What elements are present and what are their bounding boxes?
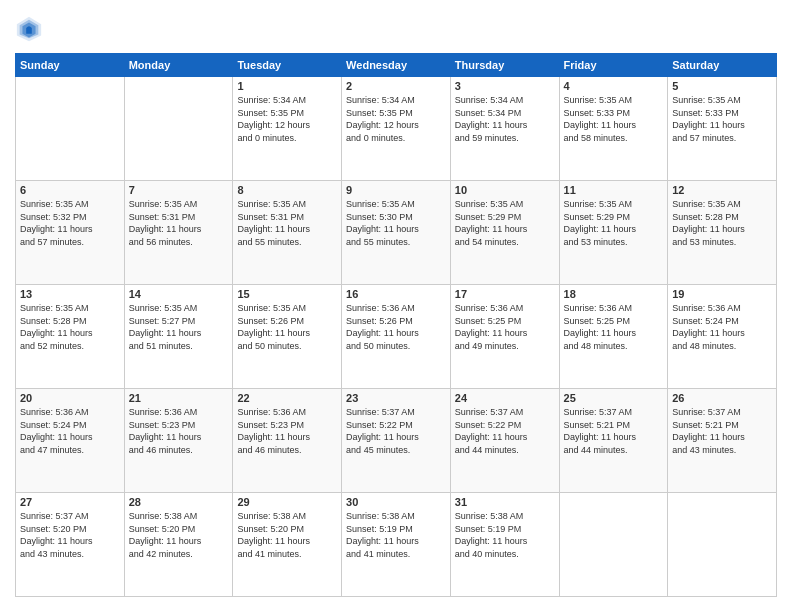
logo: [15, 15, 47, 43]
day-info: Sunrise: 5:35 AM Sunset: 5:28 PM Dayligh…: [672, 198, 772, 248]
calendar-cell: 22Sunrise: 5:36 AM Sunset: 5:23 PM Dayli…: [233, 389, 342, 493]
calendar-cell: 9Sunrise: 5:35 AM Sunset: 5:30 PM Daylig…: [342, 181, 451, 285]
calendar-cell: 17Sunrise: 5:36 AM Sunset: 5:25 PM Dayli…: [450, 285, 559, 389]
day-info: Sunrise: 5:34 AM Sunset: 5:35 PM Dayligh…: [346, 94, 446, 144]
calendar-cell: 18Sunrise: 5:36 AM Sunset: 5:25 PM Dayli…: [559, 285, 668, 389]
day-info: Sunrise: 5:34 AM Sunset: 5:34 PM Dayligh…: [455, 94, 555, 144]
day-info: Sunrise: 5:36 AM Sunset: 5:23 PM Dayligh…: [237, 406, 337, 456]
calendar-cell: 14Sunrise: 5:35 AM Sunset: 5:27 PM Dayli…: [124, 285, 233, 389]
calendar-cell: 23Sunrise: 5:37 AM Sunset: 5:22 PM Dayli…: [342, 389, 451, 493]
calendar-header-row: Sunday Monday Tuesday Wednesday Thursday…: [16, 54, 777, 77]
calendar-cell: [668, 493, 777, 597]
col-thursday: Thursday: [450, 54, 559, 77]
calendar-table: Sunday Monday Tuesday Wednesday Thursday…: [15, 53, 777, 597]
day-number: 14: [129, 288, 229, 300]
day-number: 12: [672, 184, 772, 196]
day-info: Sunrise: 5:35 AM Sunset: 5:29 PM Dayligh…: [564, 198, 664, 248]
day-info: Sunrise: 5:37 AM Sunset: 5:21 PM Dayligh…: [672, 406, 772, 456]
col-monday: Monday: [124, 54, 233, 77]
day-info: Sunrise: 5:35 AM Sunset: 5:33 PM Dayligh…: [564, 94, 664, 144]
day-info: Sunrise: 5:37 AM Sunset: 5:22 PM Dayligh…: [455, 406, 555, 456]
calendar-cell: 11Sunrise: 5:35 AM Sunset: 5:29 PM Dayli…: [559, 181, 668, 285]
day-info: Sunrise: 5:36 AM Sunset: 5:24 PM Dayligh…: [20, 406, 120, 456]
day-number: 5: [672, 80, 772, 92]
calendar-cell: [559, 493, 668, 597]
calendar-cell: 6Sunrise: 5:35 AM Sunset: 5:32 PM Daylig…: [16, 181, 125, 285]
calendar-cell: 4Sunrise: 5:35 AM Sunset: 5:33 PM Daylig…: [559, 77, 668, 181]
day-number: 29: [237, 496, 337, 508]
calendar-cell: 30Sunrise: 5:38 AM Sunset: 5:19 PM Dayli…: [342, 493, 451, 597]
calendar-cell: 7Sunrise: 5:35 AM Sunset: 5:31 PM Daylig…: [124, 181, 233, 285]
logo-icon: [15, 15, 43, 43]
week-row-4: 20Sunrise: 5:36 AM Sunset: 5:24 PM Dayli…: [16, 389, 777, 493]
calendar-cell: 10Sunrise: 5:35 AM Sunset: 5:29 PM Dayli…: [450, 181, 559, 285]
day-number: 13: [20, 288, 120, 300]
day-number: 26: [672, 392, 772, 404]
week-row-3: 13Sunrise: 5:35 AM Sunset: 5:28 PM Dayli…: [16, 285, 777, 389]
calendar-cell: 16Sunrise: 5:36 AM Sunset: 5:26 PM Dayli…: [342, 285, 451, 389]
day-info: Sunrise: 5:35 AM Sunset: 5:30 PM Dayligh…: [346, 198, 446, 248]
day-info: Sunrise: 5:35 AM Sunset: 5:31 PM Dayligh…: [129, 198, 229, 248]
page: Sunday Monday Tuesday Wednesday Thursday…: [0, 0, 792, 612]
calendar-cell: 26Sunrise: 5:37 AM Sunset: 5:21 PM Dayli…: [668, 389, 777, 493]
day-info: Sunrise: 5:35 AM Sunset: 5:28 PM Dayligh…: [20, 302, 120, 352]
day-info: Sunrise: 5:38 AM Sunset: 5:20 PM Dayligh…: [129, 510, 229, 560]
day-number: 7: [129, 184, 229, 196]
day-info: Sunrise: 5:36 AM Sunset: 5:25 PM Dayligh…: [564, 302, 664, 352]
day-number: 25: [564, 392, 664, 404]
calendar-cell: 15Sunrise: 5:35 AM Sunset: 5:26 PM Dayli…: [233, 285, 342, 389]
day-info: Sunrise: 5:38 AM Sunset: 5:19 PM Dayligh…: [346, 510, 446, 560]
col-saturday: Saturday: [668, 54, 777, 77]
day-number: 19: [672, 288, 772, 300]
day-info: Sunrise: 5:37 AM Sunset: 5:22 PM Dayligh…: [346, 406, 446, 456]
week-row-2: 6Sunrise: 5:35 AM Sunset: 5:32 PM Daylig…: [16, 181, 777, 285]
day-number: 20: [20, 392, 120, 404]
day-number: 15: [237, 288, 337, 300]
day-info: Sunrise: 5:35 AM Sunset: 5:26 PM Dayligh…: [237, 302, 337, 352]
calendar-cell: 3Sunrise: 5:34 AM Sunset: 5:34 PM Daylig…: [450, 77, 559, 181]
calendar-cell: 27Sunrise: 5:37 AM Sunset: 5:20 PM Dayli…: [16, 493, 125, 597]
day-number: 9: [346, 184, 446, 196]
day-number: 28: [129, 496, 229, 508]
calendar-cell: [16, 77, 125, 181]
header: [15, 15, 777, 43]
day-info: Sunrise: 5:36 AM Sunset: 5:24 PM Dayligh…: [672, 302, 772, 352]
calendar-cell: 31Sunrise: 5:38 AM Sunset: 5:19 PM Dayli…: [450, 493, 559, 597]
day-number: 18: [564, 288, 664, 300]
day-info: Sunrise: 5:35 AM Sunset: 5:29 PM Dayligh…: [455, 198, 555, 248]
day-number: 16: [346, 288, 446, 300]
day-number: 2: [346, 80, 446, 92]
calendar-cell: 24Sunrise: 5:37 AM Sunset: 5:22 PM Dayli…: [450, 389, 559, 493]
calendar-cell: 25Sunrise: 5:37 AM Sunset: 5:21 PM Dayli…: [559, 389, 668, 493]
day-info: Sunrise: 5:37 AM Sunset: 5:21 PM Dayligh…: [564, 406, 664, 456]
day-number: 1: [237, 80, 337, 92]
col-sunday: Sunday: [16, 54, 125, 77]
day-number: 4: [564, 80, 664, 92]
col-tuesday: Tuesday: [233, 54, 342, 77]
day-info: Sunrise: 5:34 AM Sunset: 5:35 PM Dayligh…: [237, 94, 337, 144]
calendar-cell: 2Sunrise: 5:34 AM Sunset: 5:35 PM Daylig…: [342, 77, 451, 181]
day-number: 11: [564, 184, 664, 196]
day-number: 21: [129, 392, 229, 404]
day-info: Sunrise: 5:36 AM Sunset: 5:25 PM Dayligh…: [455, 302, 555, 352]
day-info: Sunrise: 5:36 AM Sunset: 5:26 PM Dayligh…: [346, 302, 446, 352]
col-friday: Friday: [559, 54, 668, 77]
day-info: Sunrise: 5:35 AM Sunset: 5:33 PM Dayligh…: [672, 94, 772, 144]
day-number: 6: [20, 184, 120, 196]
calendar-cell: 13Sunrise: 5:35 AM Sunset: 5:28 PM Dayli…: [16, 285, 125, 389]
day-info: Sunrise: 5:38 AM Sunset: 5:19 PM Dayligh…: [455, 510, 555, 560]
day-number: 23: [346, 392, 446, 404]
day-number: 3: [455, 80, 555, 92]
calendar-cell: 20Sunrise: 5:36 AM Sunset: 5:24 PM Dayli…: [16, 389, 125, 493]
week-row-1: 1Sunrise: 5:34 AM Sunset: 5:35 PM Daylig…: [16, 77, 777, 181]
calendar-cell: 12Sunrise: 5:35 AM Sunset: 5:28 PM Dayli…: [668, 181, 777, 285]
calendar-cell: 1Sunrise: 5:34 AM Sunset: 5:35 PM Daylig…: [233, 77, 342, 181]
col-wednesday: Wednesday: [342, 54, 451, 77]
day-number: 24: [455, 392, 555, 404]
day-number: 8: [237, 184, 337, 196]
day-info: Sunrise: 5:35 AM Sunset: 5:27 PM Dayligh…: [129, 302, 229, 352]
day-number: 30: [346, 496, 446, 508]
calendar-cell: [124, 77, 233, 181]
day-info: Sunrise: 5:36 AM Sunset: 5:23 PM Dayligh…: [129, 406, 229, 456]
day-number: 10: [455, 184, 555, 196]
